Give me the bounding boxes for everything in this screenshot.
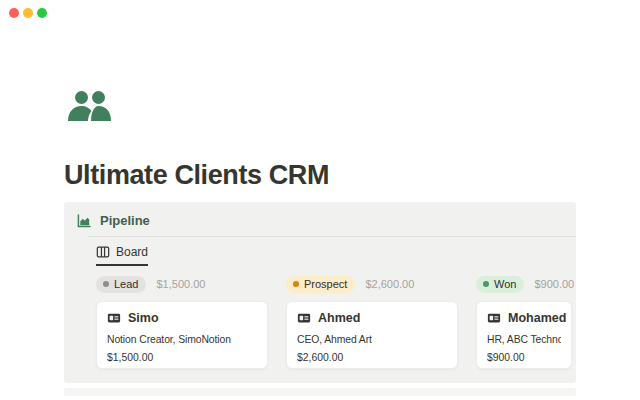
column-total: $900.00 [534, 278, 574, 290]
tab-board-label: Board [116, 245, 148, 259]
window-controls [9, 8, 47, 18]
status-badge[interactable]: Won [476, 276, 524, 293]
card-title[interactable]: Simo [128, 311, 159, 325]
page-title: Ultimate Clients CRM [64, 160, 329, 191]
divider [88, 236, 576, 237]
board-column-lead: Lead $1,500.00 Simo Notio [96, 275, 268, 369]
card-amount: $1,500.00 [107, 352, 257, 363]
pipeline-header[interactable]: Pipeline [64, 202, 576, 236]
card-simo[interactable]: Simo Notion Creator, SimoNotion $1,500.0… [96, 301, 268, 369]
status-label: Prospect [304, 278, 347, 290]
column-header[interactable]: Prospect $2,600.00 [286, 275, 458, 293]
kanban-board: Lead $1,500.00 Simo Notio [64, 275, 576, 369]
people-icon[interactable] [66, 85, 112, 131]
kanban-board-icon [96, 245, 110, 259]
status-badge[interactable]: Lead [96, 276, 146, 293]
contact-card-icon [487, 311, 501, 325]
column-total: $1,500.00 [156, 278, 205, 290]
card-subtitle: Notion Creator, SimoNotion [107, 334, 257, 345]
minimize-window-button[interactable] [23, 8, 33, 18]
contact-card-icon [297, 311, 311, 325]
close-window-button[interactable] [9, 8, 19, 18]
status-dot-icon [103, 281, 109, 287]
tab-board[interactable]: Board [96, 245, 148, 266]
card-amount: $2,600.00 [297, 352, 447, 363]
card-ahmed[interactable]: Ahmed CEO, Ahmed Art $2,600.00 [286, 301, 458, 369]
card-subtitle: CEO, Ahmed Art [297, 334, 447, 345]
contact-card-icon [107, 311, 121, 325]
column-header[interactable]: Lead $1,500.00 [96, 275, 268, 293]
card-amount: $900.00 [487, 352, 561, 363]
zoom-window-button[interactable] [37, 8, 47, 18]
card-mohamed[interactable]: Mohamed HR, ABC Technology $900.00 [476, 301, 572, 369]
pipeline-title: Pipeline [100, 213, 150, 228]
board-column-prospect: Prospect $2,600.00 Ahmed [286, 275, 458, 369]
view-tabs: Board [64, 245, 576, 266]
area-chart-icon [77, 213, 92, 228]
column-header[interactable]: Won $900.00 [476, 275, 572, 293]
card-subtitle: HR, ABC Technology [487, 334, 561, 345]
status-badge[interactable]: Prospect [286, 276, 355, 293]
status-label: Lead [114, 278, 138, 290]
status-dot-icon [293, 281, 299, 287]
card-title[interactable]: Ahmed [318, 311, 360, 325]
card-title[interactable]: Mohamed [508, 311, 566, 325]
board-column-won: Won $900.00 Mohamed HR, A [476, 275, 572, 369]
column-total: $2,600.00 [365, 278, 414, 290]
pipeline-panel: Pipeline Board Lead $1,500.00 [64, 202, 576, 383]
status-label: Won [494, 278, 516, 290]
next-section-sliver [64, 388, 576, 396]
status-dot-icon [483, 281, 489, 287]
